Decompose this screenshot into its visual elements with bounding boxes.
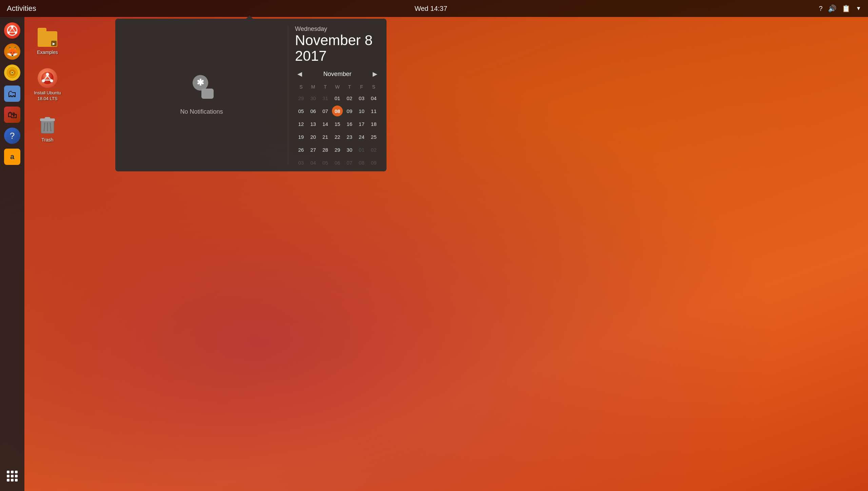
- svg-point-10: [12, 72, 13, 73]
- panel-arrow: [245, 15, 254, 19]
- sidebar-item-files[interactable]: 🗂: [3, 84, 22, 103]
- cal-day-w5-d6[interactable]: 09: [368, 157, 379, 168]
- cal-day-w4-d0[interactable]: 26: [296, 144, 307, 155]
- cal-day-w1-d0[interactable]: 05: [296, 106, 307, 116]
- calendar-nav: ◀ November ▶: [295, 69, 380, 79]
- cal-day-w3-d3[interactable]: 22: [332, 131, 343, 142]
- cal-day-w1-d4[interactable]: 09: [344, 106, 355, 116]
- examples-icon: ▶: [37, 26, 58, 48]
- cal-day-w0-d0[interactable]: 29: [296, 93, 307, 103]
- cal-day-w0-d1[interactable]: 30: [308, 93, 319, 103]
- cal-day-w2-d3[interactable]: 15: [332, 118, 343, 129]
- cal-day-w4-d5[interactable]: 01: [356, 144, 367, 155]
- cal-day-w4-d3[interactable]: 29: [332, 144, 343, 155]
- topbar-right: ? 🔊 📋 ▼: [819, 4, 868, 13]
- cal-day-w3-d6[interactable]: 25: [368, 131, 379, 142]
- calendar-weekday: Wednesday: [295, 25, 380, 33]
- calendar-grid: S M T W T F S: [295, 83, 380, 91]
- desktop-icon-examples[interactable]: ▶ Examples: [31, 24, 64, 58]
- sidebar-item-firefox[interactable]: 🦊: [3, 42, 22, 61]
- cal-day-w3-d4[interactable]: 23: [344, 131, 355, 142]
- notification-calendar-panel: ✱ No Notifications Wednesday November 8 …: [115, 19, 387, 171]
- cal-day-w2-d0[interactable]: 12: [296, 118, 307, 129]
- topbar: Activities Wed 14:37 ? 🔊 📋 ▼: [0, 0, 868, 17]
- cal-day-w2-d5[interactable]: 17: [356, 118, 367, 129]
- help-icon[interactable]: ?: [819, 5, 823, 13]
- sidebar: 🦊 🗂 🛍 ? a: [0, 17, 24, 491]
- cal-day-w3-d2[interactable]: 21: [320, 131, 331, 142]
- desktop-icon-trash[interactable]: Trash: [31, 111, 64, 145]
- disk-icon: [4, 64, 20, 81]
- notification-section: ✱ No Notifications: [115, 19, 288, 171]
- calendar-week-4: 26272829300102: [295, 144, 380, 155]
- trash-icon: [37, 114, 58, 136]
- cal-day-w5-d5[interactable]: 08: [356, 157, 367, 168]
- system-menu-arrow[interactable]: ▼: [856, 5, 861, 12]
- cal-day-w2-d1[interactable]: 13: [308, 118, 319, 129]
- desktop-icons-area: ▶ Examples: [31, 24, 64, 145]
- cal-day-w2-d4[interactable]: 16: [344, 118, 355, 129]
- svg-point-12: [46, 73, 49, 76]
- cal-day-w0-d4[interactable]: 02: [344, 93, 355, 103]
- cal-day-w1-d3[interactable]: 08: [332, 106, 343, 116]
- cal-day-w1-d2[interactable]: 07: [320, 106, 331, 116]
- calendar-week-3: 19202122232425: [295, 131, 380, 143]
- cal-day-w0-d6[interactable]: 04: [368, 93, 379, 103]
- prev-month-button[interactable]: ◀: [295, 69, 304, 79]
- cal-day-w5-d2[interactable]: 05: [320, 157, 331, 168]
- notification-asterisk-icon: ✱: [193, 75, 208, 91]
- next-month-button[interactable]: ▶: [370, 69, 380, 79]
- cal-day-w2-d2[interactable]: 14: [320, 118, 331, 129]
- sidebar-item-appstore[interactable]: 🛍: [3, 105, 22, 124]
- sidebar-item-amazon[interactable]: a: [3, 147, 22, 166]
- notification-bubble-icon: [201, 89, 214, 99]
- notification-icon-wrapper: ✱: [190, 75, 214, 99]
- cal-day-w0-d2[interactable]: 31: [320, 93, 331, 103]
- clipboard-icon[interactable]: 📋: [842, 4, 850, 13]
- cal-day-w1-d6[interactable]: 11: [368, 106, 379, 116]
- day-header-s1: S: [295, 83, 307, 91]
- cal-day-w3-d1[interactable]: 20: [308, 131, 319, 142]
- install-ubuntu-label: Install Ubuntu 18.04 LTS: [34, 90, 61, 102]
- cal-day-w0-d3[interactable]: 01: [332, 93, 343, 103]
- cal-day-w5-d4[interactable]: 07: [344, 157, 355, 168]
- calendar-week-0: 29303101020304: [295, 92, 380, 104]
- cal-day-w4-d6[interactable]: 02: [368, 144, 379, 155]
- topbar-clock[interactable]: Wed 14:37: [43, 5, 819, 13]
- calendar-month-name: November: [323, 71, 351, 78]
- calendar-weeks: 2930310102030405060708091011121314151617…: [295, 92, 380, 168]
- ubuntu-logo-icon: [4, 22, 20, 39]
- cal-day-w5-d0[interactable]: 03: [296, 157, 307, 168]
- cal-day-w2-d6[interactable]: 18: [368, 118, 379, 129]
- calendar-header: Wednesday November 8 2017: [295, 25, 380, 64]
- sidebar-item-help[interactable]: ?: [3, 126, 22, 145]
- day-header-w: W: [331, 83, 343, 91]
- cal-day-w4-d1[interactable]: 27: [308, 144, 319, 155]
- svg-rect-21: [45, 117, 50, 119]
- sidebar-item-disk[interactable]: [3, 63, 22, 82]
- sidebar-item-show-apps[interactable]: [3, 467, 22, 486]
- day-header-t2: T: [343, 83, 356, 91]
- calendar-full-date: November 8 2017: [295, 33, 380, 64]
- cal-day-w4-d4[interactable]: 30: [344, 144, 355, 155]
- svg-line-4: [12, 28, 15, 32]
- activities-button[interactable]: Activities: [0, 0, 43, 17]
- sidebar-item-ubuntu[interactable]: [3, 21, 22, 40]
- apps-grid-icon: [4, 468, 20, 484]
- cal-day-w1-d5[interactable]: 10: [356, 106, 367, 116]
- cal-day-w1-d1[interactable]: 06: [308, 106, 319, 116]
- desktop-icon-install-ubuntu[interactable]: Install Ubuntu 18.04 LTS: [31, 64, 64, 105]
- cal-day-w3-d5[interactable]: 24: [356, 131, 367, 142]
- cal-day-w4-d2[interactable]: 28: [320, 144, 331, 155]
- svg-point-1: [11, 26, 14, 28]
- install-ubuntu-icon: [37, 67, 58, 89]
- calendar-section: Wednesday November 8 2017 ◀ November ▶ S…: [288, 19, 387, 171]
- calendar-week-1: 05060708091011: [295, 105, 380, 117]
- cal-day-w5-d1[interactable]: 04: [308, 157, 319, 168]
- cal-day-w5-d3[interactable]: 06: [332, 157, 343, 168]
- cal-day-w0-d5[interactable]: 03: [356, 93, 367, 103]
- volume-icon[interactable]: 🔊: [828, 4, 836, 13]
- calendar-week-5: 03040506070809: [295, 157, 380, 168]
- day-header-f: F: [356, 83, 368, 91]
- cal-day-w3-d0[interactable]: 19: [296, 131, 307, 142]
